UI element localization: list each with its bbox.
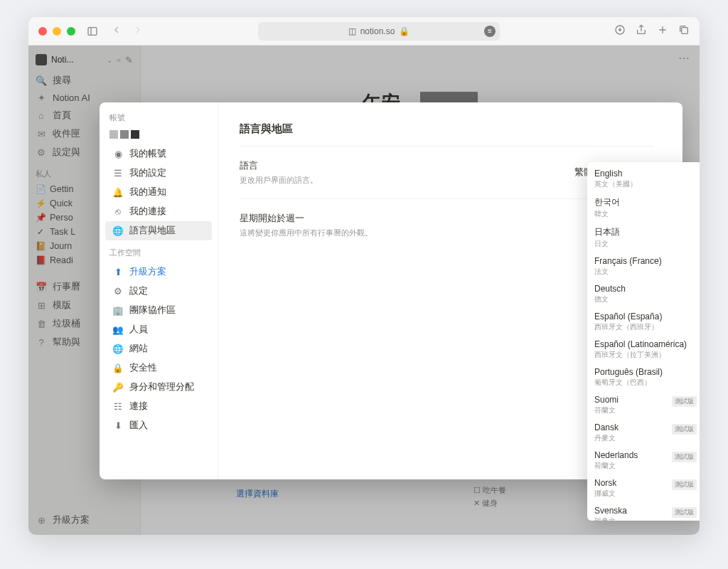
tabs-icon[interactable] [678,24,690,38]
forward-button[interactable] [132,24,144,38]
language-option-sub: 芬蘭文 [594,405,695,415]
language-option-sub: 德文 [594,294,695,304]
svg-rect-0 [88,27,97,35]
bell-icon: 🔔 [112,187,124,198]
language-option-sub: 丹麥文 [594,433,695,443]
nav-import[interactable]: ⬇匯入 [105,416,212,435]
nav-security[interactable]: 🔒安全性 [105,358,212,378]
language-option[interactable]: Svenska瑞典文測試版 [587,502,700,521]
beta-badge: 測試版 [672,396,697,407]
language-option[interactable]: Suomi芬蘭文測試版 [587,391,700,419]
language-option-sub: 西班牙文（拉丁美洲） [594,350,695,360]
modal-title: 語言與地區 [240,122,654,147]
language-option-sub: 日文 [594,239,695,249]
gear-icon: ⚙ [112,286,124,297]
language-option[interactable]: Français (France)法文 [587,252,700,280]
language-option-name: Português (Brasil) [594,367,695,377]
svg-rect-6 [682,27,688,33]
language-option-name: Français (France) [594,256,695,266]
site-icon: ◫ [348,26,356,36]
beta-badge: 測試版 [672,424,697,435]
language-option[interactable]: 한국어韓文 [587,193,700,223]
address-bar[interactable]: ◫ notion.so 🔒 ≡ [258,22,500,41]
nav-identity[interactable]: 🔑身分和管理分配 [105,378,212,397]
arrow-up-circle-icon: ⬆ [112,267,124,278]
language-option-name: Deutsch [594,284,695,294]
nav-sites[interactable]: 🌐網站 [105,339,212,358]
building-icon: 🏢 [112,305,124,317]
language-option-name: Español (Latinoamérica) [594,339,695,349]
nav-upgrade[interactable]: ⬆升級方案 [105,262,212,282]
nav-people[interactable]: 👥人員 [105,320,212,339]
url-host: notion.so [360,26,395,36]
nav-my-account[interactable]: ◉我的帳號 [105,144,212,164]
beta-badge: 測試版 [672,452,697,462]
language-label: 語言 [240,159,574,172]
language-option-name: 日本語 [594,226,695,238]
beta-badge: 測試版 [672,479,697,490]
language-desc: 更改用戶界面的語言。 [240,175,574,186]
language-option-sub: 挪威文 [594,489,695,499]
language-option-sub: 荷蘭文 [594,461,695,471]
sidebar-toggle-icon[interactable] [87,26,98,37]
titlebar: ◫ notion.so 🔒 ≡ [28,17,700,46]
minimize-window-button[interactable] [53,27,61,36]
browser-window: ◫ notion.so 🔒 ≡ Noti... ⌄ « ✎ 🔍搜尋 ✦Notio… [28,17,700,535]
language-option-name: Español (España) [594,312,695,321]
plug-icon: ☷ [112,401,124,413]
language-option[interactable]: Português (Brasil)葡萄牙文（巴西） [587,363,700,391]
modal-sidebar: 帳號 ◉我的帳號 ☰我的設定 🔔我的通知 ⎋我的連接 🌐語言與地區 工作空間 ⬆… [100,102,218,479]
nav-buttons [111,24,144,38]
download-icon: ⬇ [112,420,124,432]
language-option[interactable]: Deutsch德文 [587,280,700,308]
language-option[interactable]: English英文（美國） [587,165,700,193]
language-option[interactable]: Dansk丹麥文測試版 [587,419,700,447]
beta-badge: 測試版 [672,507,697,518]
close-window-button[interactable] [38,27,47,36]
shield-icon: 🔒 [112,363,124,374]
language-option-sub: 西班牙文（西班牙） [594,322,695,332]
language-option[interactable]: Nederlands荷蘭文測試版 [587,447,700,474]
language-option-sub: 韓文 [594,209,695,219]
back-button[interactable] [111,24,122,38]
people-icon: 👥 [112,324,124,336]
download-icon[interactable] [614,24,626,38]
language-option[interactable]: 日本語日文 [587,223,700,252]
nav-my-connections[interactable]: ⎋我的連接 [105,202,212,221]
nav-my-notifications[interactable]: 🔔我的通知 [105,183,212,202]
nav-language-region[interactable]: 🌐語言與地區 [105,221,212,240]
link-icon: ⎋ [112,206,124,218]
share-icon[interactable] [636,24,647,38]
nav-my-settings[interactable]: ☰我的設定 [105,164,212,183]
workspace-section-label: 工作空間 [102,248,215,262]
language-option-sub: 葡萄牙文（巴西） [594,378,695,388]
language-option-sub: 英文（美國） [594,179,695,189]
account-section-label: 帳號 [102,112,215,127]
language-dropdown: English英文（美國）한국어韓文日本語日文Français (France)… [587,162,700,521]
new-tab-icon[interactable] [657,24,668,38]
globe-icon: 🌐 [112,344,124,355]
key-icon: 🔑 [112,382,124,393]
traffic-lights [38,27,75,36]
language-option-name: 한국어 [594,196,695,208]
globe-icon: 🌐 [112,225,124,237]
language-option[interactable]: Español (Latinoamérica)西班牙文（拉丁美洲） [587,336,700,363]
user-icon: ◉ [112,149,124,160]
account-avatars [102,127,215,144]
sliders-icon: ☰ [112,168,124,179]
language-option[interactable]: Norsk挪威文測試版 [587,474,700,502]
language-option[interactable]: Español (España)西班牙文（西班牙） [587,308,700,336]
nav-teamspaces[interactable]: 🏢團隊協作區 [105,301,212,320]
maximize-window-button[interactable] [67,27,75,36]
nav-connections[interactable]: ☷連接 [105,397,212,416]
language-option-sub: 法文 [594,267,695,277]
reader-mode-icon[interactable]: ≡ [484,26,496,37]
lock-icon: 🔒 [399,26,410,36]
nav-ws-settings[interactable]: ⚙設定 [105,282,212,301]
language-option-name: English [594,169,695,179]
